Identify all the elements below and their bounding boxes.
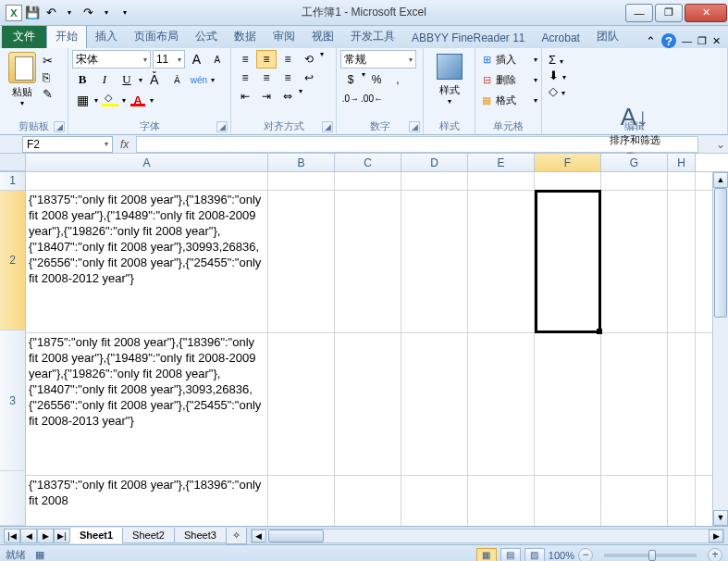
scroll-down-icon[interactable]: ▼ <box>713 510 728 526</box>
colhead-G[interactable]: G <box>601 154 668 171</box>
bold-button[interactable]: B <box>72 70 93 89</box>
cell-B3[interactable] <box>268 333 335 475</box>
cell-C3[interactable] <box>335 333 401 475</box>
zoom-thumb[interactable] <box>648 550 656 561</box>
fill-dropdown[interactable]: ▾ <box>122 96 126 105</box>
rowhead-4[interactable] <box>0 471 26 526</box>
cell-H4[interactable] <box>668 476 696 526</box>
sheet-nav-prev[interactable]: ◀ <box>20 529 37 543</box>
tab-dev[interactable]: 开发工具 <box>342 25 403 48</box>
cell-E3[interactable] <box>468 333 535 475</box>
cell-D3[interactable] <box>401 333 468 475</box>
cell-B2[interactable] <box>268 191 335 332</box>
italic-button[interactable]: I <box>94 70 115 89</box>
cell-F4[interactable] <box>535 476 601 526</box>
view-normal-icon[interactable]: ▦ <box>476 548 497 562</box>
currency-icon[interactable]: $ <box>340 70 361 89</box>
cell-C1[interactable] <box>335 172 401 190</box>
shrink-font-icon[interactable]: A <box>208 50 227 69</box>
colhead-C[interactable]: C <box>335 154 401 171</box>
underline-button[interactable]: U <box>117 70 137 89</box>
increase-indent-icon[interactable]: ⇥ <box>256 87 277 106</box>
font-color-dropdown[interactable]: ▾ <box>150 96 154 105</box>
number-dialog-launcher[interactable]: ◢ <box>409 121 420 132</box>
vertical-scrollbar[interactable]: ▲ ▼ <box>712 172 728 526</box>
cells-area[interactable]: {"18375":"only fit 2008 year"},{"18396":… <box>26 172 728 526</box>
cell-E2[interactable] <box>468 191 535 332</box>
decrease-indent-icon[interactable]: ⇤ <box>235 87 255 106</box>
cell-A2[interactable]: {"18375":"only fit 2008 year"},{"18396":… <box>26 191 268 332</box>
tab-data[interactable]: 数据 <box>226 25 265 48</box>
copy-icon[interactable]: ⎘ <box>43 70 53 84</box>
align-dialog-launcher[interactable]: ◢ <box>322 121 333 132</box>
undo-icon[interactable]: ↶ <box>43 5 59 21</box>
styles-button[interactable]: 样式 ▾ <box>427 50 471 106</box>
tab-abbyy[interactable]: ABBYY FineReader 11 <box>403 28 534 48</box>
select-all-button[interactable] <box>0 154 26 171</box>
sheet-nav-first[interactable]: |◀ <box>4 529 20 543</box>
cell-A3[interactable]: {"1875":"only fit 2008 year"},{"18396":"… <box>26 333 268 475</box>
tab-acrobat[interactable]: Acrobat <box>534 28 588 48</box>
percent-icon[interactable]: % <box>366 70 387 89</box>
tab-view[interactable]: 视图 <box>303 25 342 48</box>
redo-icon[interactable]: ↷ <box>80 5 96 21</box>
phonetic-dropdown[interactable]: ▾ <box>211 76 215 84</box>
rowhead-1[interactable]: 1 <box>0 172 26 191</box>
colhead-D[interactable]: D <box>401 154 468 171</box>
colhead-F[interactable]: F <box>535 154 601 171</box>
tab-team[interactable]: 团队 <box>588 25 627 48</box>
font-dialog-launcher[interactable]: ◢ <box>216 121 228 132</box>
colhead-B[interactable]: B <box>268 154 335 171</box>
cell-D1[interactable] <box>401 172 468 190</box>
border-dropdown[interactable]: ▾ <box>94 96 98 105</box>
tab-review[interactable]: 审阅 <box>265 25 303 48</box>
cell-D4[interactable] <box>401 476 468 526</box>
cell-G1[interactable] <box>601 172 668 190</box>
font-size-combo[interactable]: 11▾ <box>153 50 185 69</box>
tab-file[interactable]: 文件 <box>2 25 46 48</box>
clear-icon[interactable]: ◇ ▾ <box>549 84 721 98</box>
tab-formula[interactable]: 公式 <box>187 25 226 48</box>
colhead-E[interactable]: E <box>468 154 535 171</box>
cell-A4[interactable]: {"18375":"only fit 2008 year"},{"18396":… <box>26 476 268 526</box>
cell-C4[interactable] <box>335 476 401 526</box>
sheet-tab-1[interactable]: Sheet1 <box>69 528 123 543</box>
cell-E1[interactable] <box>468 172 535 190</box>
currency-dropdown[interactable]: ▾ <box>362 70 365 89</box>
redo-dropdown[interactable]: ▾ <box>98 5 115 21</box>
paste-dropdown-icon[interactable]: ▾ <box>20 99 24 107</box>
minimize-button[interactable]: — <box>625 4 653 22</box>
cut-icon[interactable]: ✂ <box>43 54 53 68</box>
colhead-H[interactable]: H <box>668 154 696 171</box>
cell-F1[interactable] <box>535 172 601 190</box>
cell-H3[interactable] <box>668 333 696 475</box>
border-icon[interactable]: ▦ <box>72 91 93 109</box>
close-button[interactable]: ✕ <box>685 4 727 22</box>
maximize-button[interactable]: ❐ <box>655 4 683 22</box>
merge-icon[interactable]: ⇔ <box>278 87 298 106</box>
grow-font-icon[interactable]: A <box>187 50 205 69</box>
cell-A1[interactable] <box>26 172 268 190</box>
orient-dropdown[interactable]: ▾ <box>320 50 324 69</box>
workbook-close-icon[interactable]: ✕ <box>712 35 721 47</box>
zoom-in-button[interactable]: + <box>708 548 722 562</box>
format-painter-icon[interactable]: ✎ <box>43 87 53 101</box>
colhead-A[interactable]: A <box>26 154 268 171</box>
workbook-min-icon[interactable]: — <box>682 35 692 46</box>
fx-icon[interactable]: fx <box>120 138 129 151</box>
delete-cells-button[interactable]: ⊟删除▾ <box>479 70 537 89</box>
cell-B1[interactable] <box>268 172 335 190</box>
orientation-icon[interactable]: ⟲ <box>299 50 319 69</box>
font-name-combo[interactable]: 宋体▾ <box>72 50 151 69</box>
hscroll-right-icon[interactable]: ▶ <box>709 530 723 542</box>
tab-layout[interactable]: 页面布局 <box>126 25 187 48</box>
sheet-nav-next[interactable]: ▶ <box>37 529 54 543</box>
comma-icon[interactable]: , <box>388 70 408 89</box>
shrink-font2-icon[interactable]: Ǎ <box>167 70 187 89</box>
workbook-restore-icon[interactable]: ❐ <box>697 35 707 47</box>
scroll-up-icon[interactable]: ▲ <box>713 172 728 188</box>
align-bottom-icon[interactable]: ≡ <box>278 50 298 69</box>
qat-customize[interactable]: ▾ <box>117 5 133 21</box>
insert-cells-button[interactable]: ⊞插入▾ <box>479 50 537 69</box>
zoom-slider[interactable] <box>604 554 697 557</box>
